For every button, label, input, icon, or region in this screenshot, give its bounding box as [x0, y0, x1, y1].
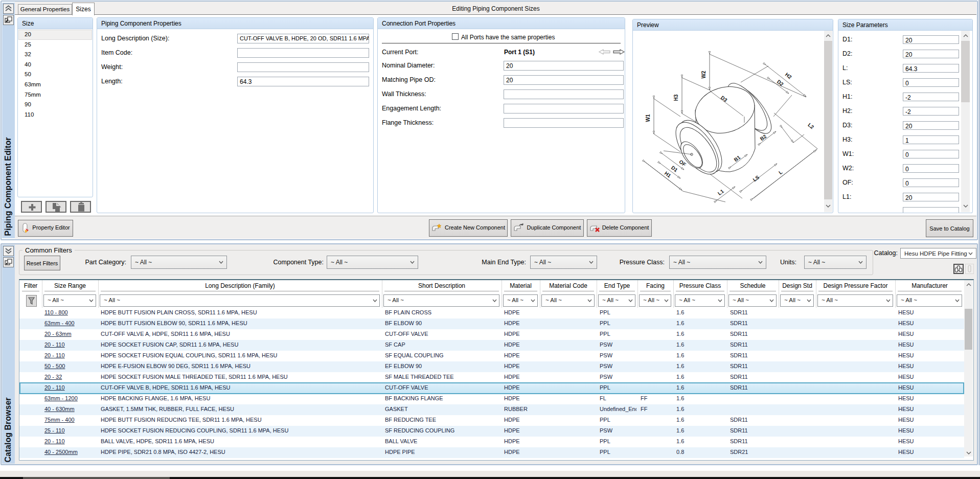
- svg-text:W2: W2: [701, 71, 706, 78]
- svg-text:LS: LS: [751, 174, 760, 183]
- svg-text:H3: H3: [673, 94, 679, 101]
- svg-text:H2: H2: [784, 72, 793, 80]
- svg-text:L: L: [778, 169, 783, 175]
- svg-text:B2: B2: [759, 133, 767, 142]
- svg-text:D2: D2: [776, 79, 785, 87]
- svg-text:W1: W1: [645, 114, 651, 122]
- svg-text:L2: L2: [807, 122, 815, 130]
